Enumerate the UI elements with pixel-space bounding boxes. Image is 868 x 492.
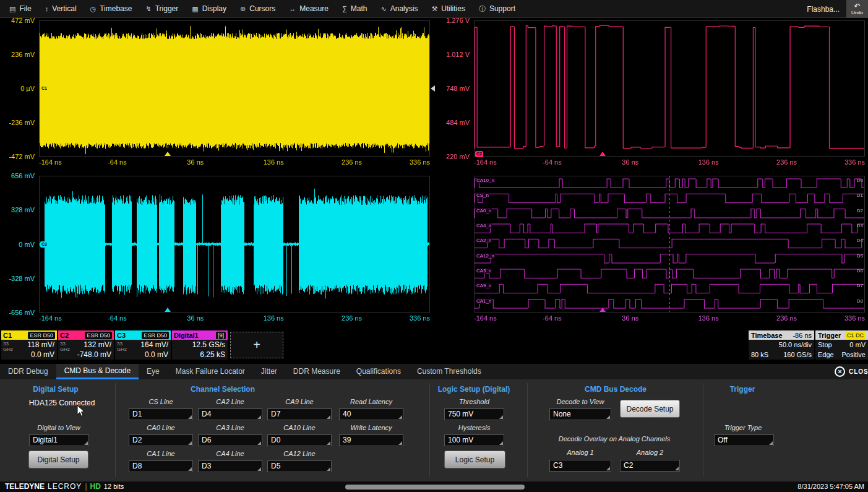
digital1-record-length: 6.25 kS: [192, 350, 225, 360]
select-ca10-line[interactable]: D0: [267, 434, 332, 446]
digital-to-view-select[interactable]: Digital1: [29, 434, 89, 446]
tab-jitter[interactable]: Jitter: [253, 364, 285, 379]
add-trace-button[interactable]: +: [230, 332, 283, 358]
digital1-descriptor[interactable]: Digital1 [9] 12.5 GS/s 6.25 kS: [172, 330, 228, 360]
c3-values: 164 mV/ 0.0 mV: [140, 340, 168, 360]
logic-setup-button[interactable]: Logic Setup: [444, 451, 505, 468]
tab-eye[interactable]: Eye: [139, 364, 168, 379]
c3-descriptor-title: C3: [117, 332, 126, 339]
c2-waveform[interactable]: [475, 21, 864, 156]
menu-item-label: Cursors: [249, 4, 275, 13]
digital-x-tick-label: -64 ns: [543, 314, 562, 322]
analog1-select[interactable]: C3: [549, 460, 611, 472]
select-ca4-line[interactable]: D3: [198, 460, 262, 472]
c2-zero-level-marker[interactable]: C2: [475, 151, 483, 157]
c1-x-tick-label: -164 ns: [39, 158, 62, 166]
tab-custom-thresholds[interactable]: Custom Thresholds: [409, 364, 489, 379]
c1-descriptor[interactable]: C1 ESR D50 33 GHz 118 mV/ 0.0 mV: [1, 330, 57, 360]
c2-descriptor[interactable]: C2 ESR D50 33 GHz 132 mV/ -748.0 mV: [58, 330, 114, 360]
c3-x-tick-label: -64 ns: [108, 314, 127, 322]
digital-x-tick-label: 336 ns: [844, 314, 865, 322]
select-ca2-line[interactable]: D4: [198, 408, 262, 420]
select-ca9-line[interactable]: D7: [267, 408, 332, 420]
trigger-type-select[interactable]: Off: [714, 434, 774, 446]
c3-descriptor-header: C3 ESR D50: [115, 330, 171, 340]
c2-trigger-position-marker[interactable]: [599, 152, 606, 156]
horizontal-scrollbar[interactable]: [345, 485, 525, 490]
threshold-field[interactable]: 750 mV: [444, 408, 504, 420]
c3-trigger-position-marker[interactable]: [165, 308, 171, 312]
menu-item-label: Vertical: [52, 4, 76, 13]
tab-ddr-debug[interactable]: DDR Debug: [0, 364, 56, 379]
tab-ddr-measure[interactable]: DDR Measure: [285, 364, 348, 379]
dialog-close-button[interactable]: × CLOSE: [835, 364, 868, 379]
digital-trigger-position-marker[interactable]: [599, 308, 606, 312]
c3-descriptor[interactable]: C3 ESR D50 33 GHz 164 mV/ 0.0 mV: [115, 330, 171, 360]
digital-setup-button[interactable]: Digital Setup: [28, 451, 88, 468]
timebase-sample-row: 80 kS 160 GS/s: [749, 350, 814, 360]
c3-plot[interactable]: C3: [39, 176, 430, 313]
c3-bandwidth: 33 GHz: [117, 341, 127, 352]
select-ca1-line[interactable]: D8: [129, 460, 193, 472]
c2-descriptor-header: C2 ESR D50: [58, 330, 114, 340]
hysteresis-field[interactable]: 100 mV: [444, 434, 504, 446]
analog2-select[interactable]: C2: [620, 460, 680, 472]
tab-cmd-bus-decode[interactable]: CMD Bus & Decode: [56, 364, 139, 379]
c1-plot[interactable]: C1: [39, 20, 430, 157]
menu-cursors[interactable]: ⊕Cursors: [233, 0, 282, 17]
c2-y-tick-label: 220 mV: [435, 153, 470, 160]
menu-item-label: Trigger: [155, 4, 179, 13]
c1-vertical-scale: 118 mV/: [27, 340, 54, 350]
trigger-source-badge: C1 DC: [845, 332, 866, 339]
menu-analysis[interactable]: ∿Analysis: [374, 0, 424, 17]
c2-x-tick-label: 36 ns: [622, 158, 638, 166]
bits-label: 12 bits: [104, 483, 124, 490]
trigger-descriptor[interactable]: Trigger C1 DC Stop 0 mV Edge Positive: [815, 330, 868, 360]
menu-display[interactable]: ▦Display: [185, 0, 233, 17]
bus-channel-label: D4: [857, 238, 863, 243]
c3-x-tick-label: 336 ns: [410, 314, 430, 322]
menu-timebase[interactable]: ◷Timebase: [84, 0, 139, 17]
timebase-samples: 80 kS: [751, 350, 768, 360]
menu-measure[interactable]: ↔Measure: [282, 0, 335, 17]
menu-item-label: Math: [351, 4, 367, 13]
menu-trigger[interactable]: ↯Trigger: [139, 0, 185, 17]
read-latency-field[interactable]: 40: [339, 408, 403, 420]
menu-file[interactable]: ▤File: [2, 0, 38, 17]
menu-vertical[interactable]: ↕Vertical: [38, 0, 84, 17]
tab-mask-failure-locator[interactable]: Mask Failure Locator: [168, 364, 253, 379]
c1-x-tick-label: 36 ns: [187, 158, 204, 166]
digital1-descriptor-header: Digital1 [9]: [172, 330, 228, 340]
logic-setup-heading: Logic Setup (Digital): [424, 385, 523, 394]
timebase-descriptor[interactable]: Timebase -86 ns 50.0 ns/div 80 kS 160 GS…: [749, 330, 814, 360]
decode-to-view-select[interactable]: None: [549, 408, 611, 420]
menu-math[interactable]: ∑Math: [335, 0, 374, 17]
bus-line-label: CA1_n: [476, 298, 492, 304]
tab-qualifications[interactable]: Qualifications: [348, 364, 409, 379]
display-icon: ▦: [192, 5, 198, 13]
write-latency-field[interactable]: 39: [339, 434, 403, 446]
undo-button[interactable]: ↶ Undo: [846, 0, 868, 18]
c2-vertical-scale: 132 mV/: [77, 340, 111, 350]
c3-zero-level-marker[interactable]: C3: [40, 241, 48, 248]
c1-waveform[interactable]: [40, 21, 429, 156]
select-ca12-line[interactable]: D5: [267, 460, 332, 472]
c1-trigger-position-marker[interactable]: [165, 152, 171, 156]
menu-support[interactable]: ⓘSupport: [472, 0, 522, 17]
c2-bandwidth-unit: GHz: [60, 347, 70, 352]
c1-zero-level-marker[interactable]: C1: [40, 85, 48, 92]
menu-utilities[interactable]: ⚒Utilities: [424, 0, 472, 17]
decode-setup-button[interactable]: Decode Setup: [620, 400, 680, 418]
cmd-bus-decode-heading: CMD Bus Decode: [566, 385, 665, 394]
select-cs-line[interactable]: D1: [129, 408, 193, 420]
digital-plot[interactable]: CA10_nD0CS_nD1CA0_nD2CA4_nD3CA2_nD4CA12_…: [474, 176, 865, 313]
plus-icon: +: [253, 338, 260, 352]
c2-plot[interactable]: C2: [474, 20, 865, 157]
select-ca0-line[interactable]: D2: [129, 434, 193, 446]
digital1-sample-rate: 12.5 GS/s: [192, 340, 225, 350]
select-ca3-line[interactable]: D6: [198, 434, 262, 446]
c3-waveform[interactable]: [40, 176, 429, 312]
digital1-descriptor-title: Digital1: [174, 332, 199, 339]
section-divider: [703, 383, 703, 477]
undo-icon: ↶: [854, 3, 860, 10]
